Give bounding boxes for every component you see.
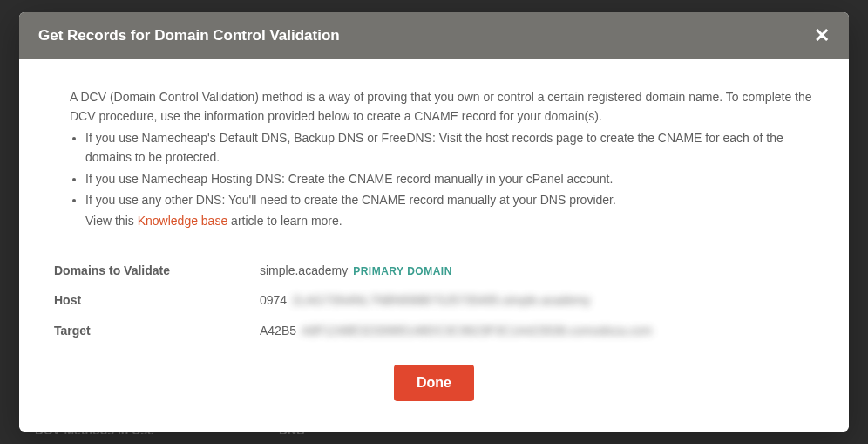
domains-value: simple.academy PRIMARY DOMAIN <box>260 261 452 280</box>
dcv-modal: Get Records for Domain Control Validatio… <box>19 12 849 432</box>
close-icon[interactable]: ✕ <box>814 26 830 45</box>
list-item: If you use any other DNS: You'll need to… <box>85 190 814 209</box>
list-item: If you use Namecheap Hosting DNS: Create… <box>85 169 814 188</box>
host-label: Host <box>54 290 260 310</box>
done-button[interactable]: Done <box>394 365 474 401</box>
knowledge-base-link[interactable]: Knowledge base <box>138 214 228 228</box>
host-prefix: 0974 <box>260 290 287 310</box>
records-section: Domains to Validate simple.academy PRIMA… <box>54 261 814 340</box>
modal-title: Get Records for Domain Control Validatio… <box>38 27 340 44</box>
target-blurred: A8F1248E3233985148DC3C9623F3C1A423538.co… <box>302 321 652 340</box>
target-prefix: A42B5 <box>260 321 296 340</box>
target-label: Target <box>54 321 260 340</box>
domain-name: simple.academy <box>260 261 348 280</box>
target-value: A42B5A8F1248E3233985148DC3C9623F3C1A4235… <box>260 321 652 340</box>
host-value: 09742LAG7SN4NL7NBN698B7SJ5735495.simple.… <box>260 290 591 310</box>
primary-domain-badge: PRIMARY DOMAIN <box>353 263 452 280</box>
modal-body: A DCV (Domain Control Validation) method… <box>19 59 849 424</box>
view-suffix: article to learn more. <box>227 214 342 228</box>
domains-row: Domains to Validate simple.academy PRIMA… <box>54 261 814 280</box>
list-item: If you use Namecheap's Default DNS, Back… <box>85 128 814 167</box>
intro-paragraph: A DCV (Domain Control Validation) method… <box>70 87 814 126</box>
domains-label: Domains to Validate <box>54 261 260 280</box>
modal-footer: Done <box>54 365 814 401</box>
kb-hint: View this Knowledge base article to lear… <box>85 211 814 230</box>
instruction-list: If you use Namecheap's Default DNS, Back… <box>70 128 814 210</box>
target-row: Target A42B5A8F1248E3233985148DC3C9623F3… <box>54 321 814 340</box>
view-prefix: View this <box>85 214 138 228</box>
host-row: Host 09742LAG7SN4NL7NBN698B7SJ5735495.si… <box>54 290 814 310</box>
modal-header: Get Records for Domain Control Validatio… <box>19 12 849 59</box>
host-blurred: 2LAG7SN4NL7NBN698B7SJ5735495.simple.acad… <box>292 290 590 310</box>
